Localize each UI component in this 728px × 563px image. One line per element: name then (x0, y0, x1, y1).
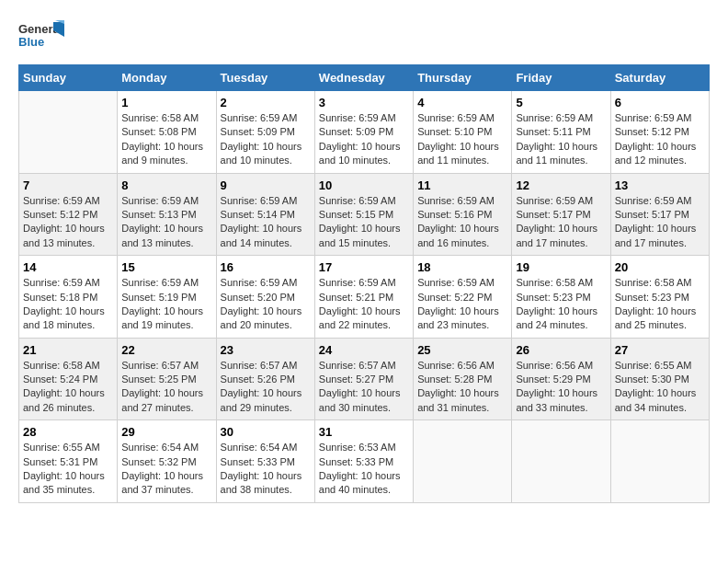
day-info: Sunrise: 6:58 AM Sunset: 5:23 PM Dayligh… (615, 276, 705, 333)
day-info: Sunrise: 6:58 AM Sunset: 5:24 PM Dayligh… (23, 359, 113, 416)
day-info: Sunrise: 6:59 AM Sunset: 5:21 PM Dayligh… (319, 276, 409, 333)
day-info: Sunrise: 6:56 AM Sunset: 5:28 PM Dayligh… (417, 359, 507, 416)
day-info: Sunrise: 6:53 AM Sunset: 5:33 PM Dayligh… (319, 441, 409, 498)
day-number: 24 (319, 343, 409, 357)
day-number: 14 (23, 260, 113, 274)
day-number: 19 (516, 260, 606, 274)
week-row-1: 1Sunrise: 6:58 AM Sunset: 5:08 PM Daylig… (19, 91, 710, 174)
day-number: 7 (23, 178, 113, 192)
week-row-4: 21Sunrise: 6:58 AM Sunset: 5:24 PM Dayli… (19, 338, 710, 420)
day-info: Sunrise: 6:55 AM Sunset: 5:30 PM Dayligh… (615, 359, 705, 416)
calendar-cell: 14Sunrise: 6:59 AM Sunset: 5:18 PM Dayli… (19, 256, 118, 339)
day-number: 29 (121, 425, 211, 439)
day-number: 18 (417, 260, 507, 274)
calendar-cell: 17Sunrise: 6:59 AM Sunset: 5:21 PM Dayli… (314, 256, 413, 339)
column-header-tuesday: Tuesday (216, 65, 314, 91)
calendar-cell: 30Sunrise: 6:54 AM Sunset: 5:33 PM Dayli… (216, 420, 314, 503)
day-number: 31 (319, 425, 409, 439)
day-number: 23 (221, 343, 311, 357)
day-number: 20 (615, 260, 705, 274)
calendar-cell: 26Sunrise: 6:56 AM Sunset: 5:29 PM Dayli… (512, 338, 610, 420)
calendar-cell: 12Sunrise: 6:59 AM Sunset: 5:17 PM Dayli… (512, 173, 610, 256)
calendar-cell: 18Sunrise: 6:59 AM Sunset: 5:22 PM Dayli… (414, 256, 512, 339)
day-info: Sunrise: 6:59 AM Sunset: 5:12 PM Dayligh… (23, 194, 113, 251)
calendar-cell: 4Sunrise: 6:59 AM Sunset: 5:10 PM Daylig… (414, 91, 512, 174)
logo: GeneralBlue (18, 18, 64, 55)
week-row-5: 28Sunrise: 6:55 AM Sunset: 5:31 PM Dayli… (19, 420, 710, 503)
day-info: Sunrise: 6:59 AM Sunset: 5:20 PM Dayligh… (221, 276, 311, 333)
day-number: 5 (516, 96, 606, 109)
day-number: 27 (615, 343, 705, 357)
day-number: 9 (221, 178, 311, 192)
day-info: Sunrise: 6:57 AM Sunset: 5:25 PM Dayligh… (121, 359, 211, 416)
day-info: Sunrise: 6:59 AM Sunset: 5:13 PM Dayligh… (121, 194, 211, 251)
column-header-saturday: Saturday (610, 65, 709, 91)
day-info: Sunrise: 6:57 AM Sunset: 5:27 PM Dayligh… (319, 359, 409, 416)
calendar-header: SundayMondayTuesdayWednesdayThursdayFrid… (19, 65, 710, 91)
column-header-monday: Monday (118, 65, 216, 91)
calendar-cell: 28Sunrise: 6:55 AM Sunset: 5:31 PM Dayli… (19, 420, 118, 503)
day-info: Sunrise: 6:55 AM Sunset: 5:31 PM Dayligh… (23, 441, 113, 498)
day-info: Sunrise: 6:59 AM Sunset: 5:11 PM Dayligh… (516, 111, 606, 168)
calendar-cell: 9Sunrise: 6:59 AM Sunset: 5:14 PM Daylig… (216, 173, 314, 256)
day-info: Sunrise: 6:54 AM Sunset: 5:32 PM Dayligh… (121, 441, 211, 498)
calendar-cell (512, 420, 610, 503)
page-header: GeneralBlue (18, 18, 710, 55)
calendar-cell: 22Sunrise: 6:57 AM Sunset: 5:25 PM Dayli… (118, 338, 216, 420)
calendar-cell (414, 420, 512, 503)
column-header-friday: Friday (512, 65, 610, 91)
calendar-cell: 8Sunrise: 6:59 AM Sunset: 5:13 PM Daylig… (118, 173, 216, 256)
day-info: Sunrise: 6:59 AM Sunset: 5:18 PM Dayligh… (23, 276, 113, 333)
calendar-cell: 21Sunrise: 6:58 AM Sunset: 5:24 PM Dayli… (19, 338, 118, 420)
column-header-sunday: Sunday (19, 65, 118, 91)
calendar-cell: 19Sunrise: 6:58 AM Sunset: 5:23 PM Dayli… (512, 256, 610, 339)
day-info: Sunrise: 6:59 AM Sunset: 5:09 PM Dayligh… (221, 111, 311, 168)
day-number: 13 (615, 178, 705, 192)
day-number: 12 (516, 178, 606, 192)
day-info: Sunrise: 6:59 AM Sunset: 5:12 PM Dayligh… (615, 111, 705, 168)
day-number: 8 (121, 178, 211, 192)
column-header-wednesday: Wednesday (314, 65, 413, 91)
calendar-cell: 6Sunrise: 6:59 AM Sunset: 5:12 PM Daylig… (610, 91, 709, 174)
day-info: Sunrise: 6:58 AM Sunset: 5:08 PM Dayligh… (121, 111, 211, 168)
day-info: Sunrise: 6:59 AM Sunset: 5:17 PM Dayligh… (516, 194, 606, 251)
day-info: Sunrise: 6:59 AM Sunset: 5:09 PM Dayligh… (319, 111, 409, 168)
calendar-cell: 25Sunrise: 6:56 AM Sunset: 5:28 PM Dayli… (414, 338, 512, 420)
calendar-cell: 10Sunrise: 6:59 AM Sunset: 5:15 PM Dayli… (314, 173, 413, 256)
calendar-cell: 20Sunrise: 6:58 AM Sunset: 5:23 PM Dayli… (610, 256, 709, 339)
day-number: 26 (516, 343, 606, 357)
calendar-cell: 31Sunrise: 6:53 AM Sunset: 5:33 PM Dayli… (314, 420, 413, 503)
day-number: 3 (319, 96, 409, 109)
week-row-2: 7Sunrise: 6:59 AM Sunset: 5:12 PM Daylig… (19, 173, 710, 256)
calendar-cell: 27Sunrise: 6:55 AM Sunset: 5:30 PM Dayli… (610, 338, 709, 420)
day-info: Sunrise: 6:59 AM Sunset: 5:15 PM Dayligh… (319, 194, 409, 251)
day-info: Sunrise: 6:59 AM Sunset: 5:10 PM Dayligh… (417, 111, 507, 168)
week-row-3: 14Sunrise: 6:59 AM Sunset: 5:18 PM Dayli… (19, 256, 710, 339)
day-info: Sunrise: 6:59 AM Sunset: 5:22 PM Dayligh… (417, 276, 507, 333)
day-number: 16 (221, 260, 311, 274)
day-number: 2 (221, 96, 311, 109)
day-info: Sunrise: 6:59 AM Sunset: 5:16 PM Dayligh… (417, 194, 507, 251)
column-header-thursday: Thursday (414, 65, 512, 91)
day-number: 10 (319, 178, 409, 192)
calendar-cell: 11Sunrise: 6:59 AM Sunset: 5:16 PM Dayli… (414, 173, 512, 256)
calendar-cell: 23Sunrise: 6:57 AM Sunset: 5:26 PM Dayli… (216, 338, 314, 420)
day-info: Sunrise: 6:59 AM Sunset: 5:14 PM Dayligh… (221, 194, 311, 251)
day-number: 15 (121, 260, 211, 274)
day-number: 25 (417, 343, 507, 357)
calendar-body: 1Sunrise: 6:58 AM Sunset: 5:08 PM Daylig… (19, 91, 710, 503)
calendar-cell: 24Sunrise: 6:57 AM Sunset: 5:27 PM Dayli… (314, 338, 413, 420)
calendar-cell: 2Sunrise: 6:59 AM Sunset: 5:09 PM Daylig… (216, 91, 314, 174)
day-number: 22 (121, 343, 211, 357)
header-row: SundayMondayTuesdayWednesdayThursdayFrid… (19, 65, 710, 91)
svg-text:Blue: Blue (18, 35, 44, 49)
day-info: Sunrise: 6:56 AM Sunset: 5:29 PM Dayligh… (516, 359, 606, 416)
day-number: 30 (221, 425, 311, 439)
day-number: 4 (417, 96, 507, 109)
day-number: 21 (23, 343, 113, 357)
calendar-cell: 1Sunrise: 6:58 AM Sunset: 5:08 PM Daylig… (118, 91, 216, 174)
day-number: 1 (121, 96, 211, 109)
day-number: 28 (23, 425, 113, 439)
calendar-cell: 29Sunrise: 6:54 AM Sunset: 5:32 PM Dayli… (118, 420, 216, 503)
calendar-cell: 3Sunrise: 6:59 AM Sunset: 5:09 PM Daylig… (314, 91, 413, 174)
